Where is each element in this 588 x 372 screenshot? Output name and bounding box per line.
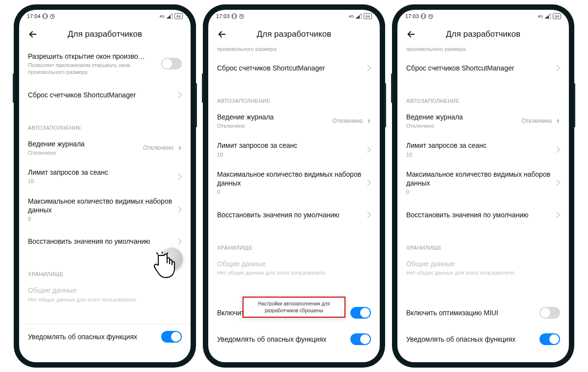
row-subtitle: 10 [217,151,367,158]
row-subtitle: 0 [406,188,556,195]
row-title: Лимит запросов за сеанс [217,141,367,150]
row-reset-shortcut-counters[interactable]: Сброс счетчиков ShortcutManager [19,82,191,108]
arrow-left-icon [406,29,416,40]
chevron-right-icon [367,146,371,153]
row-title: Восстановить значения по умолчанию [28,237,178,246]
section-storage: ХРАНИЛИЩЕ [397,235,569,254]
toggle-allow-freeform[interactable] [161,58,182,70]
chevron-right-icon [556,146,560,153]
row-request-limit[interactable]: Лимит запросов за сеанс 10 [19,162,191,190]
vibrate-icon [421,13,426,19]
section-autofill: АВТОЗАПОЛНЕНИЕ [397,88,569,107]
row-title: Уведомлять об опасных функциях [406,335,539,344]
row-title: Лимит запросов за сеанс [28,168,178,177]
section-autofill: АВТОЗАПОЛНЕНИЕ [19,115,191,134]
row-reset-shortcut-counters[interactable]: Сброс счетчиков ShortcutManager [208,55,380,81]
row-subtitle: Нет общих данных для этого пользователя. [28,296,182,303]
svg-rect-0 [44,14,47,19]
phone-frame-3: 17:03 4G 64 Для разработчиков произвольн… [392,5,574,367]
row-subtitle: Отключено [217,122,332,129]
signal-icon [167,14,172,19]
status-bar: 17:04 4G 64 [19,10,191,23]
row-title: Разрешить открытие окон произво… [28,52,161,61]
battery-icon: 64 [553,13,561,19]
row-reset-shortcut-counters[interactable]: Сброс счетчиков ShortcutManager [397,55,569,81]
title-bar: Для разработчиков [208,23,380,46]
title-bar: Для разработчиков [397,23,569,46]
settings-list[interactable]: Разрешить открытие окон произво… Позволя… [19,46,191,362]
row-allow-freeform-windows[interactable]: Разрешить открытие окон произво… Позволя… [19,46,191,82]
row-value: Отключено [332,117,363,124]
vibrate-icon [43,13,48,19]
row-partial-subtitle: произвольного размера [397,46,569,55]
row-subtitle: Позволяет приложениям открывать окна про… [28,62,161,76]
status-time: 17:04 [27,13,41,19]
toggle-danger-notify[interactable] [161,331,182,343]
settings-list[interactable]: произвольного размера Сброс счетчиков Sh… [397,46,569,362]
updown-icon: ▲▼ [178,145,182,150]
row-logging[interactable]: Ведение журнала Отключено Отключено ▲▼ [19,134,191,162]
row-max-visible-datasets[interactable]: Максимальное количество видимых наборов … [208,164,380,202]
arrow-left-icon [217,29,227,40]
row-logging[interactable]: Ведение журнала Отключено Отключено ▲▼ [397,107,569,135]
row-title: Максимальное количество видимых наборов … [28,197,178,214]
status-time: 17:03 [405,13,419,19]
row-shared-data: Общие данные Нет общих данных для этого … [19,280,191,308]
battery-icon: 64 [174,13,183,19]
row-max-visible-datasets[interactable]: Максимальное количество видимых наборов … [19,191,191,229]
row-title: Общие данные [406,259,560,268]
row-danger-notify[interactable]: Уведомлять об опасных функциях [208,326,380,352]
toggle-danger-notify[interactable] [350,333,371,345]
chevron-right-icon [178,238,182,245]
row-request-limit[interactable]: Лимит запросов за сеанс 10 [208,135,380,163]
row-title: Восстановить значения по умолчанию [406,210,556,219]
row-miui-optimization[interactable]: Включить оптимизацию MIUI [397,300,569,326]
row-subtitle: 0 [217,188,367,195]
row-request-limit[interactable]: Лимит запросов за сеанс 10 [397,135,569,163]
status-time: 17:03 [216,13,230,19]
row-title: Максимальное количество видимых наборов … [217,170,367,187]
vibrate-icon [232,13,237,19]
screen: 17:04 4G 64 Для разработчиков Разрешить … [19,10,191,362]
page-title: Для разработчиков [42,29,168,39]
arrow-left-icon [27,29,38,40]
row-restore-defaults[interactable]: Восстановить значения по умолчанию [208,202,380,228]
row-max-visible-datasets[interactable]: Максимальное количество видимых наборов … [397,164,569,202]
row-danger-notify[interactable]: Уведомлять об опасных функциях [19,324,191,350]
section-storage: ХРАНИЛИЩЕ [208,235,380,254]
row-logging[interactable]: Ведение журнала Отключено Отключено ▲▼ [208,107,380,135]
chevron-right-icon [178,206,182,213]
title-bar: Для разработчиков [19,23,191,46]
row-subtitle: 0 [28,215,178,222]
phone-frame-1: 17:04 4G 64 Для разработчиков Разрешить … [14,5,196,367]
chevron-right-icon [178,173,182,180]
back-button[interactable] [24,25,42,43]
back-button[interactable] [402,25,420,43]
row-value: Отключено [143,144,173,151]
row-subtitle: 10 [406,151,556,158]
row-subtitle: Нет общих данных для этого пользователя. [406,269,560,276]
alarm-icon [428,13,434,19]
row-restore-defaults[interactable]: Восстановить значения по умолчанию [397,202,569,228]
row-title: Уведомлять об опасных функциях [28,332,161,341]
toggle-miui-opt[interactable] [350,307,371,319]
row-partial-subtitle: произвольного размера [208,46,380,55]
row-title: Сброс счетчиков ShortcutManager [217,64,367,72]
chevron-right-icon [367,65,371,71]
row-title: Включить оптимизацию MIUI [406,308,539,317]
row-danger-notify[interactable]: Уведомлять об опасных функциях [397,326,569,352]
toast-message: Настройки автозаполнения для разработчик… [243,297,345,318]
row-subtitle: Нет общих данных для этого пользователя. [217,269,371,276]
updown-icon: ▲▼ [556,118,560,123]
floating-assistive-button[interactable] [160,248,183,270]
toggle-miui-opt[interactable] [539,307,560,319]
toggle-danger-notify[interactable] [539,333,560,345]
chevron-right-icon [367,211,371,218]
signal-icon [545,14,551,19]
alarm-icon [49,13,55,19]
row-title: Общие данные [28,286,182,295]
row-title: Сброс счетчиков ShortcutManager [406,64,556,72]
row-title: Общие данные [217,259,371,268]
row-subtitle: 10 [28,178,178,185]
back-button[interactable] [213,25,231,43]
